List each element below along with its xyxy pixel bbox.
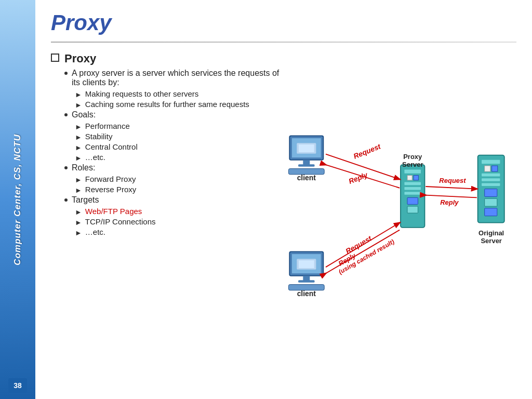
bullet2-performance: ► Performance <box>75 122 280 131</box>
arrow-icon-web: ► <box>75 208 82 216</box>
svg-rect-22 <box>407 206 418 213</box>
svg-rect-27 <box>482 174 500 177</box>
bullet2-etc1: ► …etc. <box>75 153 280 162</box>
svg-rect-17 <box>414 176 418 180</box>
sidebar-text: Computer Center, CS, NCTU <box>12 134 23 265</box>
bullet1-roles: Roles: <box>64 163 280 172</box>
bullet2-caching-text: Caching some results for further same re… <box>85 100 249 109</box>
bullet1-goals-text: Goals: <box>72 110 96 119</box>
client1-label: client <box>297 174 316 182</box>
svg-rect-30 <box>485 189 497 197</box>
svg-line-36 <box>425 195 476 198</box>
slide-title: Proxy <box>51 10 516 35</box>
svg-rect-6 <box>299 144 314 152</box>
bullet2-web-text: Web/FTP Pages <box>85 207 142 216</box>
bullet1-goals: Goals: <box>64 110 280 119</box>
svg-rect-28 <box>482 178 500 181</box>
request-label-1: Request <box>352 142 382 161</box>
proxy-diagram: client client <box>285 52 516 389</box>
bullet2-central-text: Central Control <box>85 142 138 151</box>
content-area: Proxy A proxy server is a server which s… <box>51 52 516 389</box>
arrow-icon-perf: ► <box>75 123 82 131</box>
bullet2-caching: ► Caching some results for further same … <box>75 100 280 109</box>
arrow-icon-rev: ► <box>75 186 82 194</box>
sidebar: Computer Center, CS, NCTU 38 <box>0 0 35 399</box>
bullet2-reverse-text: Reverse Proxy <box>85 185 136 194</box>
svg-rect-24 <box>482 160 500 164</box>
svg-rect-31 <box>485 198 497 206</box>
bullet2-stability: ► Stability <box>75 132 280 141</box>
proxy-server-label-line2: Server <box>402 161 423 168</box>
svg-rect-3 <box>298 164 315 167</box>
main-content: Proxy Proxy A proxy server is a server w… <box>35 0 532 399</box>
original-server-label-line2: Server <box>481 237 501 245</box>
title-divider <box>51 42 516 43</box>
reply-label-2: Reply <box>440 198 459 206</box>
svg-rect-13 <box>299 260 314 268</box>
checkbox-proxy <box>51 54 59 62</box>
arrow-icon-stab: ► <box>75 133 82 141</box>
request-label-2: Request <box>439 177 466 184</box>
arrow-icon-fwd: ► <box>75 176 82 184</box>
bullet-dot-roles <box>64 166 68 169</box>
bullet1-targets-text: Targets <box>72 195 99 205</box>
bullet2-making-requests: ► Making requests to other servers <box>75 89 280 99</box>
svg-rect-18 <box>404 182 421 185</box>
svg-rect-16 <box>407 176 412 180</box>
bullet2-reverse-proxy: ► Reverse Proxy <box>75 185 280 194</box>
bullet2-forward-text: Forward Proxy <box>85 175 136 183</box>
svg-rect-26 <box>492 166 498 171</box>
svg-line-35 <box>425 187 476 189</box>
arrow-icon-ctrl: ► <box>75 143 82 152</box>
bullet2-tcpip-text: TCP/IP Connections <box>85 217 156 226</box>
bullet-dot-targets <box>64 198 68 202</box>
svg-rect-20 <box>404 192 421 195</box>
bullet2-forward-proxy: ► Forward Proxy <box>75 175 280 184</box>
svg-line-38 <box>326 230 400 274</box>
original-server-label-line1: Original <box>478 229 504 237</box>
svg-rect-9 <box>303 276 310 281</box>
bullet2-performance-text: Performance <box>85 122 130 130</box>
svg-rect-14 <box>401 165 424 228</box>
arrow-icon: ► <box>75 90 82 99</box>
bullet1-proxy-text: A proxy server is a server which service… <box>72 69 280 87</box>
bullet2-etc1-text: …etc. <box>85 153 105 162</box>
bullet1-targets: Targets <box>64 195 280 205</box>
diagram-section: client client <box>285 52 516 389</box>
arrow-icon-2: ► <box>75 101 82 109</box>
svg-rect-21 <box>407 197 418 204</box>
proxy-server-label-line1: Proxy <box>403 153 422 161</box>
top-item-proxy: Proxy <box>51 52 280 65</box>
arrow-icon-etc1: ► <box>75 154 82 162</box>
svg-rect-10 <box>298 280 315 283</box>
bullet2-web-ftp: ► Web/FTP Pages <box>75 207 280 216</box>
text-section: Proxy A proxy server is a server which s… <box>51 52 280 389</box>
bullet2-central: ► Central Control <box>75 142 280 152</box>
bullet2-etc2-text: …etc. <box>85 228 105 236</box>
svg-rect-2 <box>303 160 310 165</box>
svg-rect-25 <box>485 166 490 171</box>
svg-rect-15 <box>404 169 421 173</box>
client2-label: client <box>297 289 316 298</box>
svg-rect-19 <box>404 187 421 190</box>
top-label-proxy: Proxy <box>64 52 96 65</box>
bullet-dot <box>64 72 68 75</box>
bullet-dot-goals <box>64 113 68 116</box>
bullet2-etc2: ► …etc. <box>75 228 280 237</box>
arrow-icon-tcp: ► <box>75 218 82 227</box>
bullet1-roles-text: Roles: <box>72 163 95 172</box>
bullet2-tcpip: ► TCP/IP Connections <box>75 217 280 227</box>
svg-rect-29 <box>482 183 500 186</box>
arrow-icon-etc2: ► <box>75 229 82 237</box>
slide-number: 38 <box>8 378 27 393</box>
bullet2-stability-text: Stability <box>85 132 113 141</box>
bullet2-making-text: Making requests to other servers <box>85 89 198 98</box>
bullet1-proxy-server: A proxy server is a server which service… <box>64 69 280 87</box>
svg-rect-32 <box>485 208 497 216</box>
